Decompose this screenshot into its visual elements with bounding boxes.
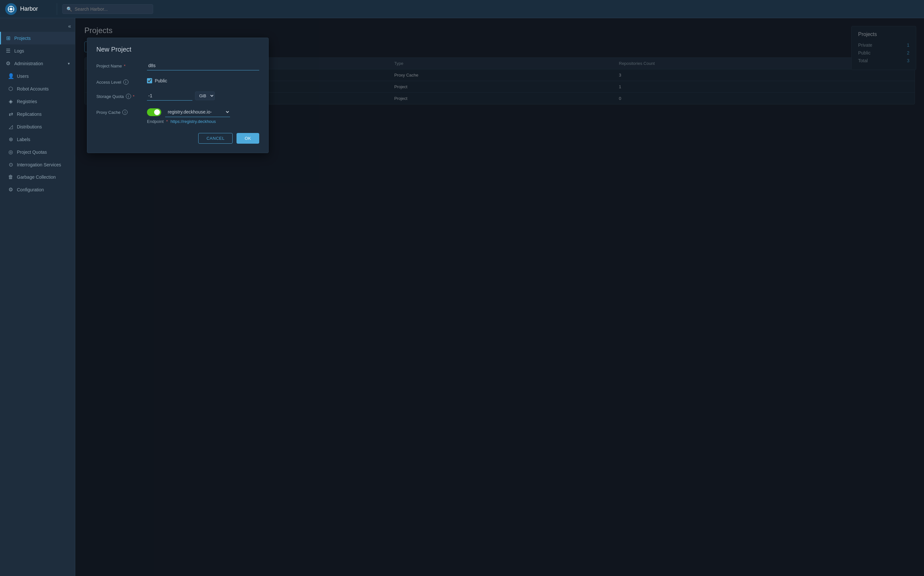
app-logo bbox=[5, 3, 17, 15]
app-title: Harbor bbox=[20, 5, 38, 12]
new-project-modal: New Project Project Name * Access Level bbox=[87, 38, 269, 153]
modal-title: New Project bbox=[96, 46, 259, 53]
sidebar-item-distributions[interactable]: ◿ Distributions bbox=[3, 120, 75, 133]
labels-icon: ⊛ bbox=[8, 136, 14, 142]
configuration-icon: ⚙ bbox=[8, 187, 14, 193]
sidebar-item-garbage-collection[interactable]: 🗑 Garbage Collection bbox=[3, 171, 75, 183]
access-level-label: Access Level i bbox=[96, 77, 142, 85]
logs-icon: ☰ bbox=[5, 48, 11, 54]
endpoint-label: Endpoint bbox=[147, 119, 163, 124]
sidebar-label-distributions: Distributions bbox=[17, 124, 42, 130]
endpoint-value: https://registry.deckhous bbox=[170, 119, 216, 124]
sidebar-item-logs[interactable]: ☰ Logs bbox=[0, 45, 75, 57]
project-quotas-icon: ◎ bbox=[8, 149, 14, 155]
logo-area: Harbor bbox=[5, 3, 57, 15]
replications-icon: ⇄ bbox=[8, 111, 14, 117]
modal-overlay: New Project Project Name * Access Level bbox=[75, 18, 924, 576]
proxy-cache-toggle[interactable] bbox=[147, 108, 161, 116]
ok-button[interactable]: OK bbox=[237, 133, 259, 144]
public-access-label: Public bbox=[155, 78, 167, 83]
endpoint-row: Endpoint * https://registry.deckhous bbox=[147, 119, 259, 124]
form-row-storage-quota: Storage Quota i * GiB MiB TiB bbox=[96, 91, 259, 101]
collapse-icon: « bbox=[68, 23, 71, 29]
sidebar-label-replications: Replications bbox=[17, 112, 42, 117]
users-icon: 👤 bbox=[8, 73, 14, 79]
public-access-checkbox[interactable] bbox=[147, 78, 152, 83]
cancel-label: CANCEL bbox=[207, 136, 224, 141]
sidebar-item-administration[interactable]: ⚙ Administration ▾ bbox=[0, 57, 75, 70]
registries-icon: ◈ bbox=[8, 98, 14, 104]
project-name-label: Project Name * bbox=[96, 61, 142, 69]
cancel-button[interactable]: CANCEL bbox=[198, 133, 233, 144]
required-marker: * bbox=[133, 94, 135, 99]
sidebar-label-garbage: Garbage Collection bbox=[17, 174, 56, 180]
sidebar-label-registries: Registries bbox=[17, 99, 37, 104]
search-bar[interactable]: 🔍 bbox=[62, 4, 153, 14]
access-level-info-icon[interactable]: i bbox=[123, 80, 128, 85]
required-marker: * bbox=[124, 64, 126, 69]
main-content: Projects Projects Private 1 Public 2 Tot… bbox=[75, 18, 924, 576]
top-nav: Harbor 🔍 bbox=[0, 0, 924, 18]
sidebar-label-administration: Administration bbox=[14, 61, 43, 66]
garbage-collection-icon: 🗑 bbox=[8, 174, 14, 180]
sidebar-label-robot-accounts: Robot Accounts bbox=[17, 86, 49, 91]
proxy-cache-endpoint-select[interactable]: registry.deckhouse.io- bbox=[165, 107, 230, 117]
chevron-down-icon: ▾ bbox=[68, 61, 70, 66]
sidebar-item-labels[interactable]: ⊛ Labels bbox=[3, 133, 75, 146]
storage-unit-select[interactable]: GiB MiB TiB bbox=[195, 91, 215, 100]
storage-quota-label: Storage Quota i * bbox=[96, 91, 142, 99]
sidebar-label-users: Users bbox=[17, 74, 29, 79]
form-row-access-level: Access Level i Public bbox=[96, 77, 259, 85]
ok-label: OK bbox=[245, 136, 251, 141]
access-level-control: Public bbox=[147, 77, 259, 83]
sidebar: « ⊞ Projects ☰ Logs ⚙ Administration ▾ 👤… bbox=[0, 18, 75, 576]
sidebar-item-replications[interactable]: ⇄ Replications bbox=[3, 108, 75, 120]
sidebar-item-projects[interactable]: ⊞ Projects bbox=[0, 32, 75, 45]
proxy-cache-label: Proxy Cache i bbox=[96, 107, 142, 115]
sidebar-item-project-quotas[interactable]: ◎ Project Quotas bbox=[3, 146, 75, 158]
sidebar-collapse-button[interactable]: « bbox=[0, 21, 75, 32]
form-row-project-name: Project Name * bbox=[96, 61, 259, 70]
endpoint-required: * bbox=[166, 119, 168, 124]
toggle-slider bbox=[147, 108, 161, 116]
storage-quota-control: GiB MiB TiB bbox=[147, 91, 259, 101]
sidebar-label-labels: Labels bbox=[17, 137, 30, 142]
sidebar-item-registries[interactable]: ◈ Registries bbox=[3, 95, 75, 108]
form-row-proxy-cache: Proxy Cache i registry.deckhouse.io- bbox=[96, 107, 259, 124]
projects-icon: ⊞ bbox=[5, 35, 11, 41]
proxy-toggle-row: registry.deckhouse.io- bbox=[147, 107, 259, 117]
search-icon: 🔍 bbox=[67, 6, 72, 12]
sidebar-label-logs: Logs bbox=[14, 48, 24, 53]
modal-footer: CANCEL OK bbox=[96, 133, 259, 144]
sidebar-label-configuration: Configuration bbox=[17, 187, 44, 192]
svg-point-1 bbox=[10, 8, 12, 10]
sidebar-item-robot-accounts[interactable]: ⬡ Robot Accounts bbox=[3, 82, 75, 95]
interrogation-services-icon: ⊙ bbox=[8, 162, 14, 168]
app-layout: « ⊞ Projects ☰ Logs ⚙ Administration ▾ 👤… bbox=[0, 18, 924, 576]
proxy-cache-control: registry.deckhouse.io- Endpoint * https:… bbox=[147, 107, 259, 124]
project-name-input[interactable] bbox=[147, 61, 259, 70]
robot-accounts-icon: ⬡ bbox=[8, 86, 14, 92]
sidebar-item-interrogation-services[interactable]: ⊙ Interrogation Services bbox=[3, 158, 75, 171]
project-name-control bbox=[147, 61, 259, 70]
sidebar-item-users[interactable]: 👤 Users bbox=[3, 70, 75, 82]
storage-quota-info-icon[interactable]: i bbox=[126, 94, 131, 99]
distributions-icon: ◿ bbox=[8, 123, 14, 130]
sidebar-label-project-quotas: Project Quotas bbox=[17, 149, 47, 155]
sidebar-item-configuration[interactable]: ⚙ Configuration bbox=[3, 183, 75, 196]
administration-icon: ⚙ bbox=[5, 60, 11, 67]
proxy-cache-info-icon[interactable]: i bbox=[122, 110, 128, 115]
sidebar-label-projects: Projects bbox=[14, 36, 31, 41]
storage-quota-input[interactable] bbox=[147, 91, 192, 101]
sidebar-sub-admin: 👤 Users ⬡ Robot Accounts ◈ Registries ⇄ … bbox=[0, 70, 75, 196]
sidebar-label-interrogation: Interrogation Services bbox=[17, 162, 61, 167]
search-input[interactable] bbox=[75, 6, 149, 12]
